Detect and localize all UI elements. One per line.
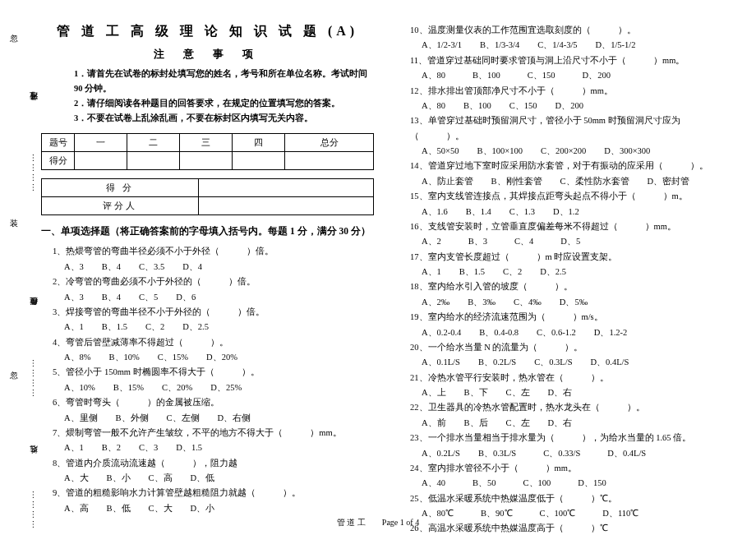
- q6-opts: A、里侧 B、外侧 C、左侧 D、右侧: [41, 411, 374, 426]
- grader-table: 得 分 评分人: [41, 178, 374, 215]
- q2-opts: A、3 B、4 C、5 D、6: [41, 290, 374, 305]
- grader-score-label: 得 分: [42, 179, 199, 197]
- page-footer: 管 道 工 Page 1 of 4: [0, 517, 756, 528]
- q1-opts: A、3 B、4 C、3.5 D、4: [41, 260, 374, 274]
- grader-name-cell: [199, 197, 374, 215]
- score-cell: [180, 152, 233, 170]
- margin-dots-2: …………: [26, 357, 35, 397]
- margin-dots-1: …………: [26, 152, 35, 191]
- q18-stem: 18、室内给水引入管的坡度（ ）。: [399, 279, 731, 294]
- q23-opts: A、0.2L/S B、0.3L/S C、0.33/S D、0.4L/S: [399, 446, 731, 461]
- q3-stem: 3、焊接弯管的弯曲半径不小于外径的（ ）倍。: [41, 305, 374, 320]
- q8-stem: 8、管道内介质流动流速越（ ），阻力越: [41, 456, 374, 471]
- q6-stem: 6、弯管时弯头（ ）的金属被压缩。: [41, 395, 374, 410]
- q12-stem: 12、排水排出管顶部净尺寸不小于（ ）mm。: [399, 84, 731, 99]
- q9-opts: A、高 B、低 C、大 D、小: [41, 501, 374, 516]
- table-row: 得 分: [42, 179, 374, 197]
- binding-margin: 忽 准考证号 ………… 装 所在单位 ………… 忽 姓名 …………: [3, 0, 36, 535]
- score-hdr-4: 四: [233, 134, 285, 152]
- score-row-0: 得分: [42, 152, 75, 170]
- table-row: 评分人: [42, 197, 374, 215]
- q17-opts: A、1 B、1.5 C、2 D、2.5: [399, 265, 731, 279]
- table-row: 题号 一 二 三 四 总分: [42, 134, 374, 152]
- q3-opts: A、1 B、1.5 C、2 D、2.5: [41, 320, 374, 334]
- q19-opts: A、0.2-0.4 B、0.4-0.8 C、0.6-1.2 D、1.2-2: [399, 325, 731, 340]
- q4-stem: 4、弯管后管壁减薄率不得超过（ ）。: [41, 335, 374, 350]
- q14-stem: 14、管道穿过地下室时应采用防水套管，对于有振动的应采用（ ）。: [399, 159, 731, 173]
- score-hdr-5: 总分: [285, 134, 374, 152]
- q25-stem: 25、低温水采暖系统中热媒温度低于（ ）℃。: [399, 491, 731, 506]
- score-cell: [233, 152, 285, 170]
- grader-name-label: 评分人: [42, 197, 199, 215]
- q11-opts: A、80 B、100 C、150 D、200: [399, 68, 731, 83]
- q21-stem: 21、冷热水管平行安装时，热水管在（ ）。: [399, 371, 731, 385]
- q10-stem: 10、温度测量仪表的工作范围宜选取刻度的（ ）。: [399, 23, 731, 38]
- q12-opts: A、80 B、100 C、150 D、200: [399, 99, 731, 113]
- instruction-1: 1．请首先在试卷的标封处填写您的姓名，考号和所在单位名称。考试时间 90 分钟。: [74, 67, 374, 96]
- q8-opts: A、大 B、小 C、高 D、低: [41, 471, 374, 486]
- q5-opts: A、10% B、15% C、20% D、25%: [41, 380, 374, 395]
- q10-opts: A、1/2-3/1 B、1/3-3/4 C、1/4-3/5 D、1/5-1/2: [399, 38, 731, 53]
- q20-stem: 20、一个给水当量 N 的流量为（ ）。: [399, 340, 731, 355]
- notice-heading: 注 意 事 项: [41, 47, 374, 62]
- q4-opts: A、8% B、10% C、15% D、20%: [41, 350, 374, 365]
- q2-stem: 2、冷弯管的弯曲必须不小于外径的（ ）倍。: [41, 274, 374, 289]
- q5-stem: 5、管径小于 150mm 时椭圆率不得大于（ ）。: [41, 365, 374, 380]
- q18-opts: A、2‰ B、3‰ C、4‰ D、5‰: [399, 295, 731, 310]
- margin-char-2: 装: [10, 218, 18, 229]
- score-cell: [127, 152, 180, 170]
- q11-stem: 11、管道穿过基础同时要求管顶与洞上沿尺寸不小于（ ）mm。: [399, 53, 731, 68]
- score-hdr-2: 二: [127, 134, 180, 152]
- q23-stem: 23、一个排水当量相当于排水量为（ ），为给水当量的 1.65 倍。: [399, 431, 731, 445]
- q22-stem: 22、卫生器具的冷热水管配置时，热水龙头在（ ）。: [399, 400, 731, 415]
- q14-opts: A、防止套管 B、刚性套管 C、柔性防水套管 D、密封管: [399, 174, 731, 189]
- left-column: 管 道 工 高 级 理 论 知 识 试 题 (A) 注 意 事 项 1．请首先在…: [41, 23, 374, 510]
- q20-opts: A、0.1L/S B、0.2L/S C、0.3L/S D、0.4L/S: [399, 355, 731, 370]
- section-1-title: 一、单项选择题（将正确答案前的字母填入括号内。每题 1 分，满分 30 分）: [41, 225, 374, 238]
- q24-stem: 24、室内排水管径不小于（ ）mm。: [399, 461, 731, 476]
- q15-opts: A、1.6 B、1.4 C、1.3 D、1.2: [399, 205, 731, 219]
- grader-score-cell: [199, 179, 374, 197]
- q24-opts: A、40 B、50 C、100 D、150: [399, 476, 731, 491]
- margin-char-1: 忽: [10, 33, 18, 44]
- exam-title: 管 道 工 高 级 理 论 知 识 试 题 (A): [41, 23, 374, 40]
- score-cell: [75, 152, 127, 170]
- q13-opts: A、50×50 B、100×100 C、200×200 D、300×300: [399, 144, 731, 159]
- score-hdr-0: 题号: [42, 134, 75, 152]
- instructions-block: 1．请首先在试卷的标封处填写您的姓名，考号和所在单位名称。考试时间 90 分钟。…: [41, 67, 374, 125]
- q13-stem: 13、单管穿过基础时预留洞尺寸，管径小于 50mm 时预留洞尺寸应为（ ）。: [399, 113, 731, 144]
- score-hdr-3: 三: [180, 134, 233, 152]
- q9-stem: 9、管道的粗糙影响水力计算管壁越粗糙阻力就越（ ）。: [41, 486, 374, 500]
- instruction-3: 3．不要在试卷上乱涂乱画，不要在标封区内填写无关内容。: [74, 111, 374, 126]
- score-hdr-1: 一: [75, 134, 127, 152]
- margin-char-3: 忽: [10, 370, 18, 381]
- q22-opts: A、前 B、后 C、左 D、右: [399, 416, 731, 431]
- q15-stem: 15、室内支线管连接点，其焊接点距弯头起点不得小于（ ）m。: [399, 189, 731, 204]
- table-row: 得分: [42, 152, 374, 170]
- q16-opts: A、2 B、3 C、4 D、5: [399, 234, 731, 249]
- page-content: 管 道 工 高 级 理 论 知 识 试 题 (A) 注 意 事 项 1．请首先在…: [0, 0, 756, 510]
- q17-stem: 17、室内支管长度超过（ ）m 时应设置支架。: [399, 250, 731, 265]
- score-cell: [285, 152, 374, 170]
- q1-stem: 1、热煨弯管的弯曲半径必须不小于外径（ ）倍。: [41, 244, 374, 259]
- q19-stem: 19、室内给水的经济流速范围为（ ）m/s。: [399, 310, 731, 325]
- instruction-2: 2．请仔细阅读各种题目的回答要求，在规定的位置填写您的答案。: [74, 96, 374, 111]
- right-column: 10、温度测量仪表的工作范围宜选取刻度的（ ）。 A、1/2-3/1 B、1/3…: [399, 23, 731, 510]
- q7-opts: A、1 B、2 C、3 D、1.5: [41, 440, 374, 455]
- q16-stem: 16、支线管安装时，立管垂直度偏差每米不得超过（ ）mm。: [399, 219, 731, 234]
- q21-opts: A、上 B、下 C、左 D、右: [399, 385, 731, 400]
- q7-stem: 7、煨制弯管一般不允许产生皱纹，不平的地方不得大于（ ）mm。: [41, 426, 374, 440]
- score-table: 题号 一 二 三 四 总分 得分: [41, 133, 374, 170]
